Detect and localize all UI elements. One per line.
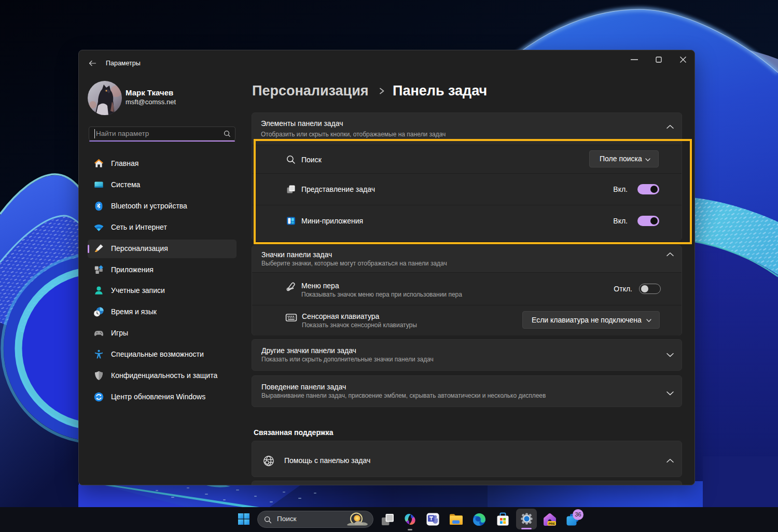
svg-text:PRE: PRE (548, 522, 555, 525)
